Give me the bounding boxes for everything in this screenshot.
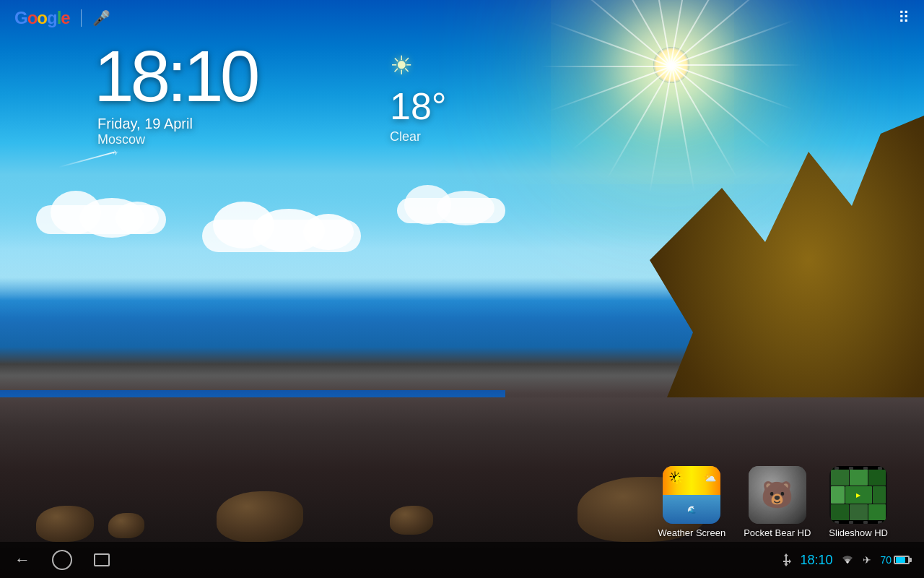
nav-buttons: ← — [14, 550, 110, 570]
apps-grid-icon[interactable]: ⠿ — [898, 9, 910, 27]
google-g: G — [14, 8, 27, 27]
battery-percent: 70 — [880, 554, 892, 566]
weather-widget: ☀ 18° Clear — [390, 51, 447, 144]
pocket-bear-label: Pocket Bear HD — [744, 527, 811, 538]
status-right: 18:10 ✈ 70 — [781, 553, 910, 568]
battery-fill — [896, 557, 905, 563]
google-o2: o — [37, 8, 47, 27]
clock-widget: 18:10 Friday, 19 April Moscow — [94, 40, 256, 147]
battery-indicator: 70 — [880, 554, 910, 566]
logo-divider — [81, 9, 82, 27]
home-button[interactable] — [52, 550, 72, 570]
recent-button[interactable] — [94, 553, 110, 566]
google-text: Google — [14, 8, 70, 28]
beach-rocks — [36, 477, 707, 542]
google-e: e — [61, 8, 69, 27]
battery-box — [894, 556, 910, 564]
weather-screen-label: Weather Screen — [658, 527, 725, 538]
status-bar: ← 18:10 ✈ 70 — [0, 542, 924, 578]
weather-condition: Clear — [390, 129, 447, 144]
app-slideshow-hd[interactable]: ▶ Slideshow HD — [829, 466, 888, 538]
app-pocket-bear[interactable]: 🐻 Pocket Bear HD — [744, 466, 811, 538]
app-weather-screen[interactable]: 🌊 ☀ ⛅ Weather Screen — [658, 466, 725, 538]
google-g2: g — [47, 8, 57, 27]
google-o1: o — [27, 8, 38, 27]
airplane-icon: ✈ — [863, 554, 871, 566]
weather-temperature: 18° — [390, 85, 447, 128]
app-dock: 🌊 ☀ ⛅ Weather Screen 🐻 Pocket Bear HD — [658, 466, 888, 538]
top-bar: Google 🎤 ⠿ — [0, 0, 924, 36]
weather-screen-icon: 🌊 ☀ ⛅ — [663, 466, 720, 524]
microphone-icon[interactable]: 🎤 — [92, 9, 110, 27]
clock-date: Friday, 19 April — [94, 116, 256, 132]
usb-icon — [781, 553, 791, 566]
clock-location: Moscow — [94, 132, 256, 147]
wifi-icon — [841, 555, 854, 565]
google-logo: Google 🎤 — [14, 8, 110, 28]
slideshow-hd-label: Slideshow HD — [829, 527, 888, 538]
status-bar-time: 18:10 — [800, 553, 832, 568]
pocket-bear-icon: 🐻 — [749, 466, 806, 524]
back-button[interactable]: ← — [14, 551, 30, 569]
slideshow-hd-icon: ▶ — [829, 466, 887, 524]
weather-icon: ☀ — [390, 51, 447, 81]
clock-time: 18:10 — [94, 40, 256, 112]
